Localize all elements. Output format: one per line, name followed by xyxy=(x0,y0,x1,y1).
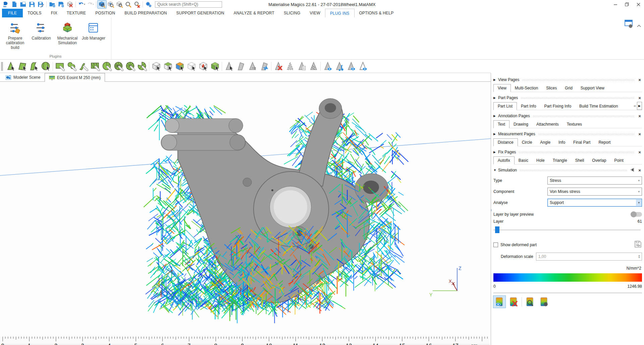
tab-overlap[interactable]: Overlap xyxy=(588,157,610,164)
save-platform-icon[interactable] xyxy=(57,0,65,8)
ribbon-tab-texture[interactable]: TEXTURE xyxy=(62,9,91,17)
open-file-icon[interactable] xyxy=(19,0,28,8)
select-cube-solid-icon[interactable] xyxy=(209,61,221,72)
tab-grid[interactable]: Grid xyxy=(561,84,577,92)
save-as-icon[interactable] xyxy=(36,0,45,8)
triangles-show-marked-icon[interactable] xyxy=(333,61,345,72)
panel-splitter-handle[interactable]: ◀ xyxy=(491,208,491,212)
measurement-pages-header[interactable]: ▶Measurement Pages× xyxy=(493,131,642,137)
deformation-scale-input[interactable]: 1,00 ▲▼ xyxy=(536,253,642,261)
mechanical-simulation-button[interactable]: Mechanical Simulation xyxy=(54,19,80,54)
select-cube-inside-icon[interactable] xyxy=(162,61,174,72)
minimize-button[interactable] xyxy=(610,0,621,9)
expand-icon[interactable]: ▶ xyxy=(493,132,498,136)
mark-window-icon[interactable] xyxy=(89,61,101,72)
mark-shell-icon[interactable] xyxy=(40,61,52,72)
zoom-out-icon[interactable] xyxy=(132,0,141,8)
select-cube-color-icon[interactable] xyxy=(174,61,185,72)
ribbon-tab-tools[interactable]: TOOLS xyxy=(23,9,46,17)
undo-icon[interactable]: ▾ xyxy=(77,0,86,8)
expand-icon[interactable]: ▶ xyxy=(493,96,498,99)
slider-handle[interactable] xyxy=(495,226,499,233)
triangles-delete-icon[interactable] xyxy=(272,61,284,72)
close-icon[interactable]: × xyxy=(637,132,642,137)
save-deformed-icon[interactable] xyxy=(634,240,642,249)
triangles-unhide-all-icon[interactable] xyxy=(357,61,369,72)
legend-zoom-icon[interactable] xyxy=(524,296,536,308)
job-manager-button[interactable]: Job Manager xyxy=(80,19,107,54)
close-icon[interactable]: × xyxy=(637,95,642,100)
ribbon-tab-plug-ins[interactable]: PLUG INS xyxy=(325,9,355,18)
tab-view[interactable]: View xyxy=(493,84,511,92)
simulation-section-header[interactable]: ▼ Simulation × xyxy=(493,167,642,174)
new-document-icon[interactable] xyxy=(10,0,19,8)
tab-distance[interactable]: Distance xyxy=(493,138,518,146)
ribbon-tab-build-preparation[interactable]: BUILD PREPARATION xyxy=(120,9,171,17)
zoom-box-icon[interactable] xyxy=(98,0,106,8)
tab-drawing[interactable]: Drawing xyxy=(509,121,532,128)
tab-final-part[interactable]: Final Part xyxy=(569,139,594,146)
tab-report[interactable]: Report xyxy=(594,139,614,146)
mark-pie-icon[interactable] xyxy=(101,61,113,72)
tab-build-time-estimation[interactable]: Build Time Estimation xyxy=(575,102,622,110)
expand-icon[interactable]: ▶ xyxy=(493,114,498,118)
scene-tab-eos-eosint-m-250-mm-[interactable]: EOS Eosint M 250 (mm) xyxy=(45,73,105,82)
toolbar-drag-handle[interactable] xyxy=(1,62,3,71)
triangles-hide-icon[interactable] xyxy=(322,61,333,72)
tab-point[interactable]: Point xyxy=(610,157,627,164)
tab-info[interactable]: Info xyxy=(554,139,569,146)
select-cube-cone-icon[interactable] xyxy=(197,61,209,72)
restore-button[interactable] xyxy=(621,0,633,9)
triangles-lines-icon[interactable] xyxy=(308,61,319,72)
tab-triangle[interactable]: Triangle xyxy=(549,157,571,164)
spinner-buttons[interactable]: ▲▼ xyxy=(638,255,642,259)
select-cube-icon[interactable] xyxy=(150,61,162,72)
triangles-select-icon[interactable] xyxy=(223,61,235,72)
close-icon[interactable]: × xyxy=(637,77,642,82)
close-icon[interactable]: × xyxy=(637,150,642,155)
annotation-pages-header[interactable]: ▶Annotation Pages× xyxy=(493,113,642,119)
show-deformed-checkbox[interactable] xyxy=(493,243,498,247)
tab-support-view[interactable]: Support View xyxy=(577,84,608,92)
triangles-show-icon[interactable] xyxy=(345,61,357,72)
triangles-invert-icon[interactable] xyxy=(235,61,247,72)
tab-multi-section[interactable]: Multi-Section xyxy=(511,84,542,92)
tab-part-fixing-info[interactable]: Part Fixing Info xyxy=(540,102,575,110)
zoom-in-icon[interactable] xyxy=(124,0,132,8)
expand-icon[interactable]: ▶ xyxy=(493,150,498,154)
component-dropdown[interactable]: Von Mises stress ▾ xyxy=(547,188,642,196)
ribbon-tab-options-help[interactable]: OPTIONS & HELP xyxy=(355,9,398,17)
ribbon-tab-analyze-report[interactable]: ANALYZE & REPORT xyxy=(229,9,279,17)
collapse-icon[interactable]: ▼ xyxy=(493,168,498,172)
settings-gears-icon[interactable] xyxy=(144,0,153,8)
legend-show-icon[interactable] xyxy=(493,296,505,308)
zoom-part-icon[interactable] xyxy=(106,0,115,8)
mark-curve-icon[interactable] xyxy=(77,61,89,72)
tab-text[interactable]: Text xyxy=(493,120,509,128)
mark-plane-icon[interactable] xyxy=(16,61,28,72)
ribbon-tab-fix[interactable]: FIX xyxy=(46,9,62,17)
triangles-dashed-icon[interactable] xyxy=(284,61,296,72)
tab-basic[interactable]: Basic xyxy=(515,157,532,164)
remove-part-icon[interactable] xyxy=(65,0,74,8)
mark-triangle-icon[interactable] xyxy=(5,61,16,72)
tab-circle[interactable]: Circle xyxy=(518,139,536,146)
triangles-expand-icon[interactable] xyxy=(247,61,258,72)
redo-icon[interactable]: ▾ xyxy=(86,0,95,8)
view-pages-header[interactable]: ▶View Pages× xyxy=(493,76,642,83)
tab-textures[interactable]: Textures xyxy=(563,121,586,128)
ribbon-tab-view[interactable]: VIEW xyxy=(305,9,325,17)
scroll-right-icon[interactable]: ▶ xyxy=(637,102,642,110)
magics-logo-icon[interactable] xyxy=(1,0,10,8)
close-icon[interactable]: × xyxy=(637,168,642,173)
part-pages-header[interactable]: ▶Part Pages× xyxy=(493,94,642,101)
viewport-3d[interactable]: ZYX xyxy=(0,82,491,337)
ribbon-tab-position[interactable]: POSITION xyxy=(91,9,120,17)
triangles-copy-icon[interactable] xyxy=(296,61,308,72)
close-button[interactable] xyxy=(633,0,644,9)
expand-icon[interactable]: ▶ xyxy=(493,78,498,81)
ribbon-tab-support-generation[interactable]: SUPPORT GENERATION xyxy=(172,9,229,17)
open-platform-icon[interactable] xyxy=(48,0,57,8)
triangles-swap-icon[interactable] xyxy=(258,61,270,72)
collapse-ribbon-icon[interactable] xyxy=(637,23,641,29)
